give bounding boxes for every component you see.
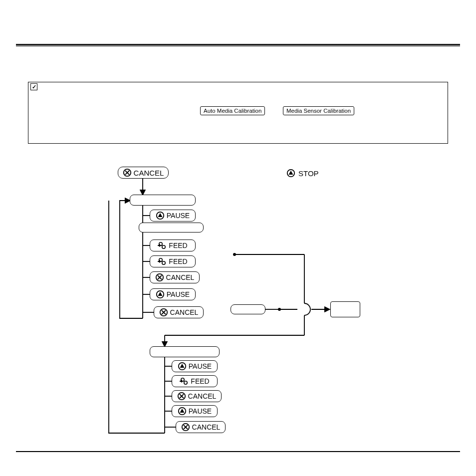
pause-icon — [178, 407, 187, 416]
cancel-icon — [177, 392, 186, 401]
label-stop: STOP — [298, 169, 319, 178]
label-cancel: CANCEL — [192, 423, 221, 431]
label-feed: FEED — [169, 257, 187, 265]
svg-point-8 — [233, 253, 236, 256]
checkmark-icon: ✓ — [30, 83, 37, 90]
box-blank-3 — [231, 304, 265, 314]
pause-icon — [156, 211, 165, 220]
cancel-icon — [159, 308, 168, 317]
stop-icon — [286, 169, 295, 178]
label-feed: FEED — [169, 241, 187, 249]
label-pause: PAUSE — [167, 290, 190, 298]
feed-icon — [158, 241, 167, 250]
top-rule — [16, 44, 460, 47]
box-cancel-4: CANCEL — [176, 421, 226, 433]
label-pause: PAUSE — [189, 362, 212, 370]
label-cancel: CANCEL — [166, 273, 195, 281]
box-cancel-3: CANCEL — [172, 390, 222, 402]
label-cancel: CANCEL — [170, 308, 199, 316]
box-cancel-1: CANCEL — [150, 271, 200, 283]
bottom-rule — [16, 451, 460, 452]
box-cancel-2: CANCEL — [154, 306, 204, 318]
label-cancel: CANCEL — [134, 169, 164, 177]
box-blank-4 — [150, 346, 220, 357]
cancel-icon — [155, 273, 164, 282]
box-cancel-top: CANCEL — [118, 167, 169, 179]
box-pause-3: PAUSE — [172, 360, 218, 372]
label-cancel: CANCEL — [188, 392, 217, 400]
cancel-icon — [123, 168, 132, 177]
note-box: ✓ Auto Media Calibration Media Sensor Ca… — [28, 82, 448, 144]
box-feed-3: FEED — [172, 375, 218, 387]
label-pause: PAUSE — [189, 407, 212, 415]
box-feed-1: FEED — [150, 239, 196, 251]
pause-icon — [178, 362, 187, 371]
box-blank-right — [330, 301, 360, 317]
box-pause-4: PAUSE — [172, 405, 218, 417]
box-pause-1: PAUSE — [150, 210, 196, 222]
svg-point-12 — [278, 308, 281, 311]
button-media-sensor-calibration[interactable]: Media Sensor Calibration — [283, 106, 354, 115]
label-stop-free: STOP — [286, 169, 319, 178]
pause-icon — [156, 290, 165, 299]
cancel-icon — [181, 423, 190, 432]
label-feed: FEED — [191, 377, 209, 385]
box-blank-2 — [139, 223, 204, 233]
feed-icon — [180, 377, 189, 386]
label-pause: PAUSE — [167, 212, 190, 220]
box-blank-1 — [130, 195, 196, 206]
box-feed-2: FEED — [150, 255, 196, 267]
feed-icon — [158, 257, 167, 266]
box-pause-2: PAUSE — [150, 288, 196, 300]
button-auto-media-calibration[interactable]: Auto Media Calibration — [200, 106, 265, 115]
flow-connectors — [0, 0, 476, 476]
